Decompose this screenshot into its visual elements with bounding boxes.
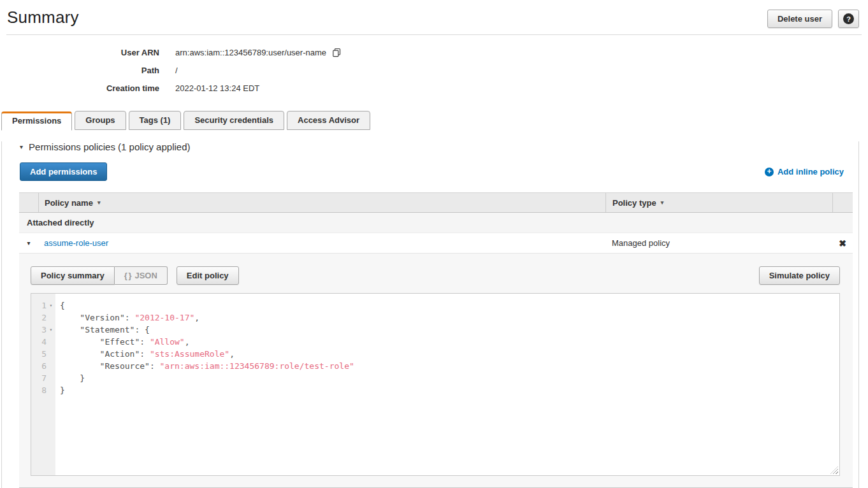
policy-type-column-header[interactable]: Policy type ▾ (605, 193, 832, 212)
policy-detail-toolbar: Policy summary { } JSON Edit policy Simu… (31, 266, 840, 285)
json-button-label: JSON (134, 271, 157, 280)
meta-row-user-arn: User ARN arn:aws:iam::123456789:user/use… (0, 43, 868, 61)
code-line: 1▾{ (31, 299, 839, 312)
code-editor[interactable]: 1▾{2 "Version": "2012-10-17",3▾ "Stateme… (31, 293, 840, 476)
page-title: Summary (7, 8, 79, 27)
attached-directly-group-row: Attached directly (19, 213, 853, 233)
code-text: "Effect": "Allow", (55, 336, 190, 348)
attached-policies-table: Policy name ▾ Policy type ▾ Attached dir… (19, 192, 853, 488)
path-label: Path (0, 66, 159, 75)
line-number: 7 (31, 372, 47, 384)
delete-user-button[interactable]: Delete user (767, 10, 832, 28)
fold-spacer (47, 312, 55, 324)
policy-type-cell: Managed policy (605, 233, 832, 253)
policy-type-header-label: Policy type (612, 198, 656, 208)
user-metadata: User ARN arn:aws:iam::123456789:user/use… (0, 35, 868, 111)
policy-detail-panel: Policy summary { } JSON Edit policy Simu… (19, 253, 853, 488)
user-arn-text: arn:aws:iam::123456789:user/user-name (175, 48, 326, 57)
remove-policy-cell: ✖ (832, 233, 853, 253)
code-text: } (55, 372, 85, 384)
fold-arrow-icon[interactable]: ▾ (47, 299, 55, 312)
line-number: 4 (31, 336, 47, 348)
header-actions: Delete user ? (767, 8, 859, 28)
table-header-row: Policy name ▾ Policy type ▾ (19, 192, 853, 213)
braces-icon: { } (124, 271, 131, 280)
code-text: } (55, 384, 65, 396)
code-text: "Action": "sts:AssumeRole", (55, 348, 235, 360)
resize-grip-icon[interactable] (830, 466, 838, 474)
line-number: 1 (31, 299, 47, 312)
line-number: 8 (31, 384, 47, 396)
permissions-policies-section-header[interactable]: ▾ Permissions policies (1 policy applied… (20, 141, 858, 152)
policy-actions-row: Add permissions + Add inline policy (20, 162, 844, 181)
permissions-tab-content: ▾ Permissions policies (1 policy applied… (1, 141, 859, 488)
code-text: "Version": "2012-10-17", (55, 312, 199, 324)
header-arrow-column (19, 193, 38, 212)
header-action-column (832, 193, 853, 212)
user-arn-label: User ARN (0, 48, 159, 57)
help-button[interactable]: ? (838, 10, 859, 28)
code-line: 3▾ "Statement": { (31, 324, 839, 336)
line-number: 3 (31, 324, 47, 336)
policy-name-link[interactable]: assume-role-user (44, 238, 108, 248)
fold-spacer (47, 384, 55, 396)
code-text: "Statement": { (55, 324, 150, 336)
tab-access-advisor[interactable]: Access Advisor (287, 111, 370, 130)
fold-arrow-icon[interactable]: ▾ (47, 324, 55, 336)
collapse-caret-icon[interactable]: ▾ (20, 143, 23, 150)
creation-time-label: Creation time (0, 83, 159, 93)
expand-row-cell: ▾ (19, 233, 38, 253)
remove-policy-x-icon[interactable]: ✖ (839, 238, 846, 248)
fold-spacer (47, 336, 55, 348)
json-view-button[interactable]: { } JSON (115, 266, 168, 285)
line-number: 5 (31, 348, 47, 360)
sort-caret-icon[interactable]: ▾ (98, 199, 101, 206)
path-value: / (175, 66, 178, 75)
view-buttons: Policy summary { } JSON Edit policy (31, 266, 239, 285)
plus-circle-icon: + (765, 168, 774, 176)
help-icon: ? (843, 13, 854, 24)
tab-security-credentials[interactable]: Security credentials (184, 111, 284, 130)
meta-row-creation-time: Creation time 2022-01-12 13:24 EDT (0, 79, 868, 97)
tab-tags[interactable]: Tags (1) (129, 111, 182, 130)
policy-name-cell: assume-role-user (38, 233, 605, 253)
policy-summary-button[interactable]: Policy summary (31, 266, 115, 285)
fold-spacer (47, 372, 55, 384)
user-arn-value: arn:aws:iam::123456789:user/user-name (175, 48, 342, 57)
copy-icon[interactable] (332, 48, 342, 57)
edit-policy-button[interactable]: Edit policy (177, 266, 239, 285)
add-permissions-button[interactable]: Add permissions (20, 162, 107, 181)
code-text: { (55, 299, 65, 312)
tab-bar: Permissions Groups Tags (1) Security cre… (0, 111, 868, 130)
code-line: 6 "Resource": "arn:aws:iam::123456789:ro… (31, 360, 839, 372)
add-inline-policy-label: Add inline policy (778, 167, 844, 176)
view-toggle-group: Policy summary { } JSON (31, 266, 168, 285)
fold-spacer (47, 348, 55, 360)
code-text: "Resource": "arn:aws:iam::123456789:role… (55, 360, 354, 372)
sort-caret-icon[interactable]: ▾ (661, 199, 664, 206)
code-line: 2 "Version": "2012-10-17", (31, 312, 839, 324)
tab-permissions[interactable]: Permissions (1, 111, 72, 131)
line-number: 2 (31, 312, 47, 324)
policy-name-header-label: Policy name (45, 198, 93, 208)
creation-time-value: 2022-01-12 13:24 EDT (175, 83, 259, 93)
meta-row-path: Path / (0, 61, 868, 79)
fold-spacer (47, 360, 55, 372)
code-line: 4 "Effect": "Allow", (31, 336, 839, 348)
code-lines: 1▾{2 "Version": "2012-10-17",3▾ "Stateme… (31, 299, 839, 396)
add-inline-policy-link[interactable]: + Add inline policy (765, 167, 844, 176)
section-title: Permissions policies (1 policy applied) (29, 141, 190, 152)
policy-table-row: ▾ assume-role-user Managed policy ✖ (19, 233, 853, 253)
policy-name-column-header[interactable]: Policy name ▾ (38, 193, 605, 212)
code-line: 8} (31, 384, 839, 396)
expand-caret-icon[interactable]: ▾ (27, 240, 30, 247)
code-line: 7 } (31, 372, 839, 384)
page-header: Summary Delete user ? (0, 0, 868, 34)
simulate-policy-button[interactable]: Simulate policy (759, 266, 840, 285)
line-number: 6 (31, 360, 47, 372)
tab-groups[interactable]: Groups (75, 111, 126, 130)
code-line: 5 "Action": "sts:AssumeRole", (31, 348, 839, 360)
